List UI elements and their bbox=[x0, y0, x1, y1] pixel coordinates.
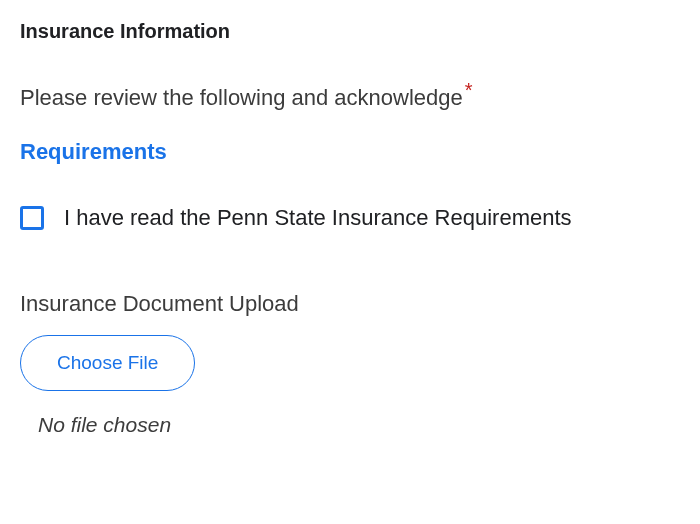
acknowledge-checkbox[interactable] bbox=[20, 206, 44, 230]
requirements-link[interactable]: Requirements bbox=[20, 139, 167, 165]
acknowledge-checkbox-row: I have read the Penn State Insurance Req… bbox=[20, 205, 680, 231]
file-status: No file chosen bbox=[38, 413, 680, 437]
section-title: Insurance Information bbox=[20, 20, 680, 43]
required-asterisk: * bbox=[465, 79, 473, 101]
upload-label: Insurance Document Upload bbox=[20, 291, 680, 317]
acknowledge-checkbox-label[interactable]: I have read the Penn State Insurance Req… bbox=[64, 205, 572, 231]
acknowledge-prompt-text: Please review the following and acknowle… bbox=[20, 85, 463, 110]
acknowledge-prompt: Please review the following and acknowle… bbox=[20, 79, 680, 111]
choose-file-button[interactable]: Choose File bbox=[20, 335, 195, 391]
